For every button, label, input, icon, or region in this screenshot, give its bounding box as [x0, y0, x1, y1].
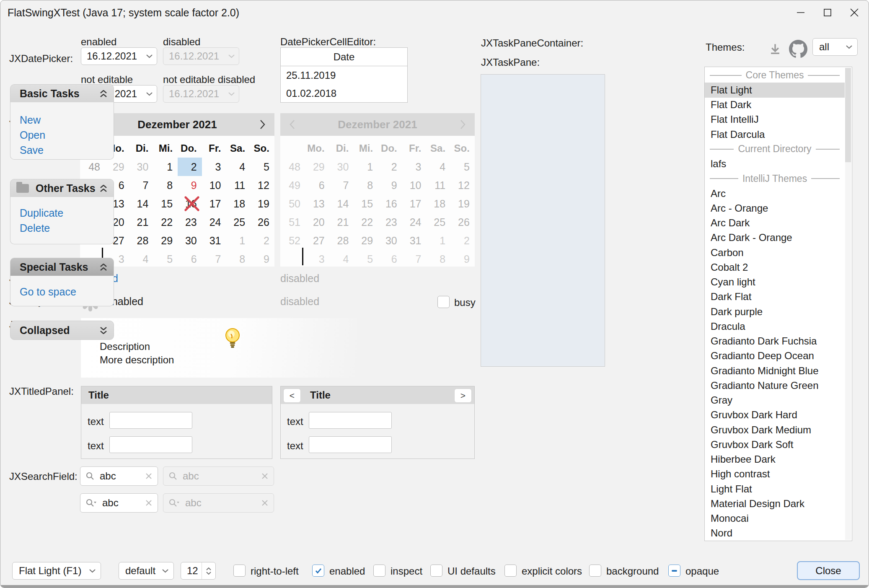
theme-list-item[interactable]: Flat Dark — [705, 98, 845, 112]
theme-list-item[interactable]: Dracula — [705, 319, 845, 334]
calendar-day[interactable]: 8 — [153, 176, 178, 194]
clear-icon[interactable] — [145, 499, 153, 507]
checkbox-label[interactable]: right-to-left — [251, 565, 299, 577]
task-link-duplicate[interactable]: Duplicate — [20, 205, 114, 220]
scrollbar-thumb[interactable] — [845, 68, 851, 162]
search-field-dropdown[interactable] — [80, 493, 158, 513]
checkbox-label[interactable]: opaque — [685, 565, 719, 577]
calendar-day[interactable]: 29 — [153, 231, 178, 250]
maximize-button[interactable] — [814, 0, 841, 25]
search-input[interactable] — [97, 497, 145, 509]
checkbox-ui-defaults[interactable] — [430, 565, 442, 577]
checkbox-label[interactable]: background — [606, 565, 659, 577]
table-row[interactable]: 25.11.2019 — [281, 66, 407, 84]
theme-list-item[interactable]: Carbon — [705, 245, 845, 260]
calendar-day[interactable]: 5 — [153, 250, 178, 268]
theme-list-item[interactable]: Flat IntelliJ — [705, 112, 845, 127]
theme-list-item[interactable]: Dark Flat — [705, 290, 845, 304]
calendar-day[interactable]: 25 — [226, 213, 250, 231]
calendar-day[interactable]: 9 — [178, 176, 202, 194]
laf-combo[interactable]: Flat Light (F1) — [12, 562, 101, 580]
checkbox-label[interactable]: explicit colors — [522, 565, 582, 577]
checkbox-inspect[interactable] — [373, 565, 385, 577]
checkbox-explicit-colors[interactable] — [504, 565, 517, 577]
theme-list-item[interactable]: Cyan light — [705, 275, 845, 290]
checkbox-label[interactable]: inspect — [391, 565, 422, 577]
calendar-day[interactable]: 5 — [250, 158, 274, 176]
taskpane-header-basic-tasks[interactable]: Basic Tasks — [10, 84, 114, 103]
collapse-icon[interactable] — [100, 90, 107, 97]
calendar-day[interactable]: 15 — [153, 194, 178, 213]
calendar-day[interactable]: 29 — [105, 158, 129, 176]
calendar-day[interactable]: 16 — [178, 194, 202, 213]
table-column-header[interactable]: Date — [281, 48, 407, 66]
text-input[interactable] — [309, 436, 392, 453]
calendar-day[interactable]: 2 — [250, 231, 274, 250]
text-input[interactable] — [109, 412, 192, 429]
calendar-day[interactable]: 30 — [129, 158, 154, 176]
calendar-day[interactable]: 14 — [129, 194, 154, 213]
text-input[interactable] — [109, 436, 192, 453]
checkbox-label[interactable]: UI defaults — [447, 565, 496, 577]
taskpane-header-special-tasks[interactable]: Special Tasks — [10, 258, 114, 276]
clear-icon[interactable] — [145, 472, 153, 480]
checkbox-enabled[interactable] — [312, 565, 324, 577]
taskpane-header-collapsed[interactable]: Collapsed — [10, 321, 114, 340]
theme-list-item[interactable]: Gradianto Nature Green — [705, 378, 845, 393]
calendar-day[interactable]: 4 — [226, 158, 250, 176]
theme-list-item[interactable]: Gradianto Dark Fuchsia — [705, 334, 845, 349]
checkbox-opaque[interactable] — [668, 565, 680, 577]
calendar-day[interactable]: 7 — [129, 176, 154, 194]
theme-list-item[interactable]: Gradianto Deep Ocean — [705, 349, 845, 363]
calendar-day[interactable]: 12 — [250, 176, 274, 194]
themes-list[interactable]: Core ThemesFlat LightFlat DarkFlat Intel… — [704, 67, 852, 541]
calendar-day[interactable]: 22 — [153, 213, 178, 231]
theme-list-item[interactable]: Cobalt 2 — [705, 260, 845, 275]
chevron-down-icon[interactable] — [142, 92, 157, 96]
theme-list-item[interactable]: Arc — [705, 186, 845, 201]
calendar-day[interactable]: 23 — [178, 213, 202, 231]
calendar-day[interactable]: 30 — [178, 231, 202, 250]
theme-list-item[interactable]: Arc Dark — [705, 216, 845, 231]
task-link-delete[interactable]: Delete — [20, 220, 114, 236]
taskpane-header-other-tasks[interactable]: Other Tasks — [10, 179, 114, 197]
task-link-go-to-space[interactable]: Go to space — [20, 284, 114, 299]
minimize-button[interactable] — [787, 0, 814, 25]
theme-list-item[interactable]: Hiberbee Dark — [705, 452, 845, 467]
calendar-day[interactable]: 26 — [250, 213, 274, 231]
calendar-day[interactable]: 7 — [202, 250, 226, 268]
spinner-buttons[interactable] — [202, 562, 215, 579]
theme-list-item[interactable]: Arc - Orange — [705, 201, 845, 215]
search-dropdown-icon[interactable] — [85, 498, 97, 508]
search-field[interactable] — [80, 466, 158, 486]
theme-list-item[interactable]: Light Flat — [705, 482, 845, 496]
checkbox-label[interactable]: enabled — [329, 565, 365, 577]
theme-list-item[interactable]: Flat Light — [705, 83, 845, 97]
theme-list-item[interactable]: Flat Darcula — [705, 127, 845, 142]
calendar-day[interactable]: 17 — [202, 194, 226, 213]
chevron-down-icon[interactable] — [142, 54, 157, 58]
task-link-open[interactable]: Open — [20, 127, 114, 142]
calendar-day[interactable]: 21 — [129, 213, 154, 231]
font-size-spinner[interactable]: 12 — [181, 562, 216, 580]
calendar-day[interactable]: 28 — [129, 231, 154, 250]
theme-list-item[interactable]: Nord — [705, 526, 845, 541]
theme-list-item[interactable]: Monocai — [705, 511, 845, 526]
themes-filter-combo[interactable]: all — [812, 38, 858, 56]
theme-list-item[interactable]: Gruvbox Dark Soft — [705, 437, 845, 452]
chevron-down-icon[interactable] — [206, 572, 211, 575]
theme-list-item[interactable]: Arc Dark - Orange — [705, 231, 845, 245]
download-icon[interactable] — [768, 42, 782, 57]
checkbox-background[interactable] — [589, 565, 601, 577]
text-input[interactable] — [309, 412, 392, 429]
calendar-day[interactable]: 24 — [202, 213, 226, 231]
scrollbar[interactable] — [845, 68, 851, 540]
calendar-day[interactable]: 18 — [226, 194, 250, 213]
theme-list-item[interactable]: Gruvbox Dark Hard — [705, 408, 845, 422]
calendar-day[interactable]: 11 — [226, 176, 250, 194]
table-row[interactable]: 01.02.2018 — [281, 84, 407, 102]
theme-list-item[interactable]: Gray — [705, 393, 845, 408]
calendar-day[interactable]: 9 — [250, 250, 274, 268]
busy-checkbox[interactable] — [437, 296, 450, 308]
close-dialog-button[interactable]: Close — [797, 561, 860, 580]
